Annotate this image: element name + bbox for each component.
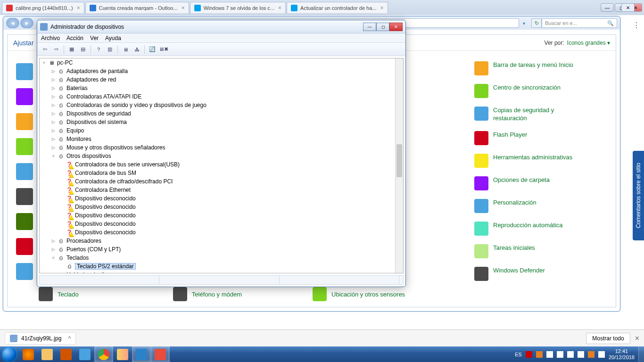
tree-node[interactable]: ▷⎙Adaptadores de red <box>40 75 403 84</box>
dm-maximize-button[interactable]: ◻ <box>376 23 389 31</box>
cp-item-teclado[interactable]: Teclado <box>39 287 79 301</box>
show-all-downloads-button[interactable]: Mostrar todo <box>586 333 630 344</box>
refresh-button[interactable]: ↻ <box>531 18 542 28</box>
start-button[interactable] <box>0 346 19 362</box>
expand-icon[interactable]: ▷ <box>51 103 56 108</box>
expand-icon[interactable]: ▷ <box>51 86 56 91</box>
view-by-selector[interactable]: Iconos grandes ▾ <box>567 40 610 46</box>
tree-node[interactable]: ❓Dispositivo desconocido <box>40 203 403 211</box>
tree-node[interactable]: ⎙Teclado PS/2 estándar <box>40 262 403 271</box>
menu-ver[interactable]: Ver <box>90 35 99 41</box>
cp-item[interactable]: Herramientas administrativas <box>474 154 573 168</box>
tray-volume-icon[interactable] <box>557 351 563 358</box>
taskbar-powerpoint[interactable] <box>57 346 75 362</box>
tree-node[interactable]: ▷⎙Unidades de disco <box>40 271 403 273</box>
cp-icon[interactable] <box>16 263 33 280</box>
expand-icon[interactable]: ▷ <box>51 69 56 74</box>
tree-node[interactable]: ❓Controladora de cifrado/descifrado PCI <box>40 177 403 186</box>
tree-node[interactable]: ▷⎙Procesadores <box>40 237 403 245</box>
cp-icon[interactable] <box>16 213 33 230</box>
cp-item[interactable]: Flash Player <box>474 131 573 145</box>
chevron-up-icon[interactable]: ^ <box>68 335 71 342</box>
tree-node[interactable]: ▷⎙Baterías <box>40 84 403 92</box>
expand-icon[interactable]: ▷ <box>51 247 56 252</box>
tool-scan-icon[interactable]: 🖥 <box>121 45 130 54</box>
cp-item[interactable]: Copias de seguridad y restauración <box>474 107 573 123</box>
tree-node[interactable]: ▷⎙Dispositivos de seguridad <box>40 109 403 118</box>
cp-icon[interactable] <box>16 163 33 180</box>
close-tab-icon[interactable]: × <box>182 5 185 11</box>
tree-node[interactable]: ❓Dispositivo desconocido <box>40 211 403 220</box>
menu-ayuda[interactable]: Ayuda <box>105 35 121 41</box>
dm-minimize-button[interactable]: — <box>363 23 376 31</box>
tray-battery-icon[interactable] <box>567 351 574 358</box>
cp-item[interactable]: Centro de sincronización <box>474 84 573 98</box>
taskbar-chrome[interactable] <box>94 346 113 362</box>
expand-icon[interactable]: ▷ <box>51 128 56 133</box>
tray-shield-icon[interactable] <box>536 351 543 358</box>
dm-close-button[interactable]: ✕ <box>389 23 403 31</box>
dm-device-tree[interactable]: ▿🖥pc-PC▷⎙Adaptadores de pantalla▷⎙Adapta… <box>39 58 404 273</box>
cp-icon[interactable] <box>16 188 33 205</box>
scrollbar-thumb[interactable] <box>396 144 402 177</box>
tool-properties-icon[interactable]: ▤ <box>78 45 88 54</box>
tree-node[interactable]: ❓Controladora de bus serie universal(USB… <box>40 160 403 169</box>
tool-forward-icon[interactable]: ⇨ <box>51 45 61 54</box>
tree-node[interactable]: ▿⎙Otros dispositivos <box>40 152 403 160</box>
cp-item-telefono[interactable]: Teléfono y módem <box>173 287 242 301</box>
tree-root[interactable]: ▿🖥pc-PC <box>40 58 403 67</box>
dm-scrollbar[interactable] <box>395 58 403 273</box>
cp-item[interactable]: Opciones de carpeta <box>474 176 573 190</box>
tool-uninstall-icon[interactable]: 🖥✖ <box>159 45 168 54</box>
expand-icon[interactable]: ▷ <box>51 272 56 274</box>
expand-icon[interactable] <box>59 222 65 227</box>
tool-details-icon[interactable]: ▥ <box>105 45 115 54</box>
tree-node[interactable]: ❓Controladora Ethernet <box>40 186 403 194</box>
expand-icon[interactable] <box>59 162 65 167</box>
browser-tab[interactable]: Windows 7 se olvida de los c...× <box>190 2 286 13</box>
expand-icon[interactable] <box>59 188 65 193</box>
tool-show-hidden-icon[interactable]: ▦ <box>67 45 76 54</box>
expand-icon[interactable]: ▷ <box>51 120 56 125</box>
tree-node[interactable]: ▷⎙Puertos (COM y LPT) <box>40 245 403 254</box>
nav-forward-button[interactable]: ► <box>20 18 33 28</box>
tray-antivirus-icon[interactable] <box>588 351 594 358</box>
close-tab-icon[interactable]: × <box>380 5 384 11</box>
tool-update-icon[interactable]: 🖧 <box>132 45 141 54</box>
expand-icon[interactable]: ▿ <box>51 255 56 261</box>
expand-icon[interactable]: ▷ <box>51 137 56 142</box>
tree-node[interactable]: ▿⎙Teclados <box>40 254 403 262</box>
cp-item[interactable]: Personalización <box>474 199 573 213</box>
cp-icon[interactable] <box>16 113 33 130</box>
browser-tab[interactable]: Cuenta creada marqam - Outloo...× <box>85 2 189 13</box>
expand-icon[interactable] <box>59 171 65 176</box>
cp-item[interactable]: Reproducción automática <box>474 222 573 236</box>
expand-icon[interactable]: ▷ <box>51 77 56 82</box>
minimize-button[interactable]: — <box>601 3 614 12</box>
secondary-close-button[interactable]: ✕ <box>621 3 635 12</box>
feedback-tab[interactable]: Comentarios sobre el sitio <box>633 151 644 240</box>
cp-icon[interactable] <box>16 138 33 155</box>
expand-icon[interactable] <box>59 179 65 184</box>
taskbar-paint[interactable] <box>75 346 94 362</box>
tree-node[interactable]: ▷⎙Controladoras de sonido y vídeo y disp… <box>40 101 403 109</box>
tree-node[interactable]: ❓Dispositivo desconocido <box>40 220 403 228</box>
tree-node[interactable]: ▷⎙Equipo <box>40 126 403 135</box>
cp-item[interactable]: Barra de tareas y menú Inicio <box>474 61 573 75</box>
cp-icon[interactable] <box>16 63 33 80</box>
close-tab-icon[interactable]: × <box>77 5 80 11</box>
cp-icon[interactable] <box>16 88 33 105</box>
browser-tab[interactable]: calibre.png (1440x810...)× <box>2 2 84 13</box>
expand-icon[interactable]: ▷ <box>51 111 56 116</box>
expand-icon[interactable]: ▷ <box>51 94 56 99</box>
expand-icon[interactable]: ▷ <box>51 239 56 244</box>
tree-node[interactable]: ▷⎙Dispositivos del sistema <box>40 118 403 126</box>
taskbar-firefox[interactable] <box>19 346 38 362</box>
expand-icon[interactable] <box>59 264 65 269</box>
taskbar-device-manager[interactable] <box>151 346 170 362</box>
tree-node[interactable]: ▷⎙Mouse y otros dispositivos señaladores <box>40 143 403 152</box>
tree-node[interactable]: ❓Dispositivo desconocido <box>40 228 403 237</box>
tree-node[interactable]: ▷⎙Monitores <box>40 135 403 143</box>
tray-clock[interactable]: 12:41 20/12/2018 <box>609 348 635 360</box>
tool-help-icon[interactable]: ? <box>94 45 103 54</box>
